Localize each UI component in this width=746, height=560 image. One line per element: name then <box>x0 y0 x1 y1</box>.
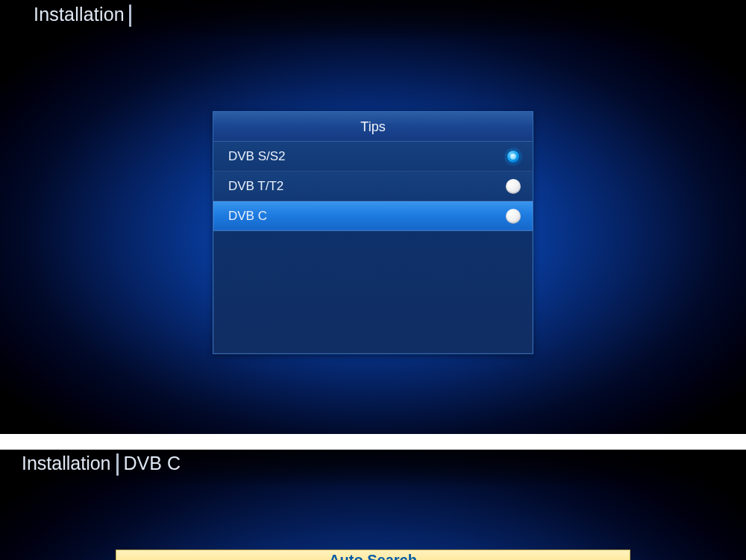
page-title-text: Installation <box>34 4 125 25</box>
option-dvb-c[interactable]: DVB C <box>213 201 533 231</box>
screen-gap <box>0 434 746 450</box>
breadcrumb-separator <box>116 453 119 476</box>
auto-search-label: Auto Search <box>329 552 417 561</box>
dialog-title: Tips <box>213 112 533 142</box>
installation-screen: Installation Tips DVB S/S2 DVB T/T2 DVB … <box>0 0 746 440</box>
auto-search-button[interactable]: Auto Search <box>116 550 630 560</box>
breadcrumb-page: DVB C <box>124 453 181 474</box>
option-dvb-s-s2[interactable]: DVB S/S2 <box>213 142 533 172</box>
page-title: Installation <box>34 4 131 27</box>
breadcrumb-section: Installation <box>22 453 111 474</box>
option-label: DVB C <box>228 209 506 224</box>
option-label: DVB S/S2 <box>228 149 506 164</box>
radio-unselected-icon <box>506 209 521 224</box>
radio-selected-icon <box>506 149 521 164</box>
radio-unselected-icon <box>506 179 521 194</box>
tips-dialog: Tips DVB S/S2 DVB T/T2 DVB C <box>213 111 533 354</box>
option-dvb-t-t2[interactable]: DVB T/T2 <box>213 172 533 201</box>
title-separator <box>129 4 131 27</box>
breadcrumb: InstallationDVB C <box>22 453 181 476</box>
option-label: DVB T/T2 <box>228 179 506 194</box>
installation-dvbc-screen: InstallationDVB C Auto Search <box>0 450 746 560</box>
